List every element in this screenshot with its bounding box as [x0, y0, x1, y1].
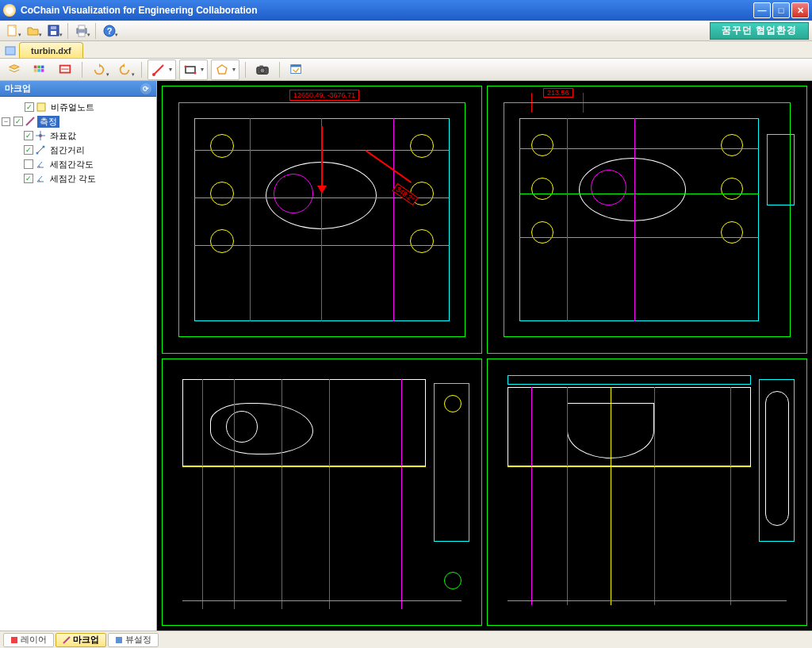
camera-button[interactable] — [251, 60, 274, 79]
checkbox[interactable]: ✓ — [25, 102, 34, 112]
toolbar-separator — [95, 23, 96, 39]
bottom-tab-label: 마크업 — [73, 634, 99, 646]
tree-label: 비쥬얼노트 — [48, 102, 97, 113]
rect-tool-button[interactable] — [182, 60, 199, 79]
maximize-button[interactable]: □ — [772, 2, 790, 18]
dimension-annotation: 213.56 — [543, 88, 573, 98]
tree-item-visualnote[interactable]: ✓ 비쥬얼노트 — [2, 100, 155, 114]
rect-tool-dropdown[interactable]: ▾ — [199, 66, 205, 73]
polygon-icon — [215, 63, 229, 77]
save-button[interactable]: ▾ — [44, 22, 63, 40]
rect-icon — [183, 63, 197, 77]
tree-label: 좌표값 — [48, 130, 79, 142]
checkbox[interactable]: ✓ — [24, 145, 33, 155]
layers-button[interactable] — [3, 60, 25, 79]
tree-item-distance[interactable]: ✓ 점간거리 — [2, 143, 155, 157]
tree-item-angle3[interactable]: 세점간각도 — [2, 157, 155, 171]
close-button[interactable]: ✕ — [791, 2, 809, 18]
svg-rect-3 — [51, 26, 56, 29]
file-tab[interactable]: turbin.dxf — [19, 42, 83, 58]
tree-item-measure[interactable]: − ✓ 측정 — [2, 114, 155, 128]
cad-view-top-right[interactable]: 213.56 — [487, 86, 807, 354]
view-tab-icon — [115, 636, 123, 644]
checkbox[interactable] — [24, 159, 33, 169]
tree-item-coord[interactable]: ✓ 좌표값 — [2, 128, 155, 143]
redline-icon — [58, 63, 72, 77]
minimize-button[interactable]: — — [753, 2, 771, 18]
line-tool-group: ▾ — [147, 59, 176, 80]
note-icon — [36, 102, 47, 113]
file-tab-label: turbin.dxf — [31, 46, 71, 56]
cad-view-bottom-right[interactable] — [487, 359, 807, 627]
polygon-tool-button[interactable] — [213, 60, 231, 79]
print-button[interactable]: ▾ — [72, 22, 91, 40]
cad-view-top-left[interactable]: 12650.49, -3676.71 — [162, 86, 482, 354]
palette-button[interactable] — [29, 60, 51, 79]
main-toolbar: ▾ ▾ ▾ ▾ ? ▾ 꿈꾸던 협업환경 — [0, 21, 812, 41]
measure-dialog-button[interactable] — [285, 60, 308, 79]
palette-icon — [33, 63, 47, 77]
svg-rect-25 — [259, 65, 263, 67]
svg-rect-19 — [186, 67, 195, 73]
polygon-tool-group: ▾ — [211, 59, 239, 80]
angle-icon — [35, 159, 46, 170]
checkbox[interactable]: ✓ — [24, 131, 33, 140]
svg-line-17 — [154, 65, 163, 75]
line-icon — [151, 63, 166, 77]
distance-icon — [35, 144, 46, 155]
rotate-cw-icon — [92, 63, 106, 77]
new-file-button[interactable]: ▾ — [3, 22, 22, 40]
help-button[interactable]: ? ▾ — [100, 22, 119, 40]
svg-point-21 — [194, 71, 197, 74]
coord-icon — [35, 130, 46, 141]
cad-view-bottom-left[interactable] — [162, 359, 482, 627]
rotate-cw-button[interactable]: ▾ — [88, 60, 110, 79]
checkbox[interactable]: ✓ — [13, 117, 23, 126]
svg-rect-5 — [79, 25, 85, 29]
tree-label: 점간거리 — [48, 144, 87, 156]
cad-canvas[interactable]: 12650.49, -3676.71 — [157, 81, 812, 631]
svg-rect-11 — [37, 65, 40, 68]
svg-rect-14 — [37, 69, 40, 72]
svg-point-31 — [43, 146, 45, 148]
svg-marker-22 — [217, 65, 227, 74]
measure-dialog-icon — [289, 63, 304, 77]
bottom-tab-markup[interactable]: 마크업 — [56, 633, 106, 647]
line-tool-button[interactable] — [150, 60, 167, 79]
svg-point-18 — [152, 73, 155, 76]
body: 마크업 ⟳ ✓ 비쥬얼노트 − ✓ 측정 ✓ 좌표값 ✓ — [0, 81, 812, 631]
file-tab-bar: turbin.dxf — [0, 41, 812, 59]
toolbar-separator — [67, 23, 68, 39]
tree-item-angle3b[interactable]: ✓ 세점간 각도 — [2, 171, 155, 186]
bottom-tab-viewsettings[interactable]: 뷰설정 — [108, 633, 159, 647]
side-panel-title: 마크업 — [5, 82, 31, 94]
svg-rect-32 — [11, 637, 17, 643]
collapse-button[interactable]: ⟳ — [140, 83, 151, 94]
bottom-tab-layer[interactable]: 레이어 — [3, 633, 54, 647]
redline-button[interactable] — [54, 60, 76, 79]
svg-rect-28 — [37, 103, 45, 111]
file-tab-home-icon[interactable] — [3, 44, 17, 58]
toolbar-separator — [279, 62, 280, 78]
polygon-tool-dropdown[interactable]: ▾ — [231, 66, 237, 73]
bottom-tab-label: 레이어 — [21, 634, 47, 646]
app-title: CoChain Visualization for Engineering Co… — [21, 5, 753, 16]
rotate-ccw-icon — [117, 63, 132, 77]
markup-tree: ✓ 비쥬얼노트 − ✓ 측정 ✓ 좌표값 ✓ 점간거리 — [0, 97, 156, 631]
rect-tool-group: ▾ — [179, 59, 208, 80]
svg-point-20 — [185, 65, 187, 67]
svg-rect-27 — [291, 64, 301, 67]
open-button[interactable]: ▾ — [24, 22, 43, 40]
expand-toggle[interactable]: − — [2, 117, 10, 126]
line-tool-dropdown[interactable]: ▾ — [167, 66, 174, 73]
measure-icon — [25, 116, 36, 127]
app-icon — [3, 4, 16, 17]
svg-text:?: ? — [107, 26, 113, 36]
titlebar: CoChain Visualization for Engineering Co… — [0, 0, 812, 21]
bottom-tab-label: 뷰설정 — [125, 634, 151, 646]
checkbox[interactable]: ✓ — [24, 174, 33, 183]
rotate-ccw-button[interactable]: ▾ — [113, 60, 136, 79]
camera-icon — [255, 63, 270, 77]
side-panel: 마크업 ⟳ ✓ 비쥬얼노트 − ✓ 측정 ✓ 좌표값 ✓ — [0, 81, 157, 631]
toolbar-separator — [82, 62, 82, 78]
